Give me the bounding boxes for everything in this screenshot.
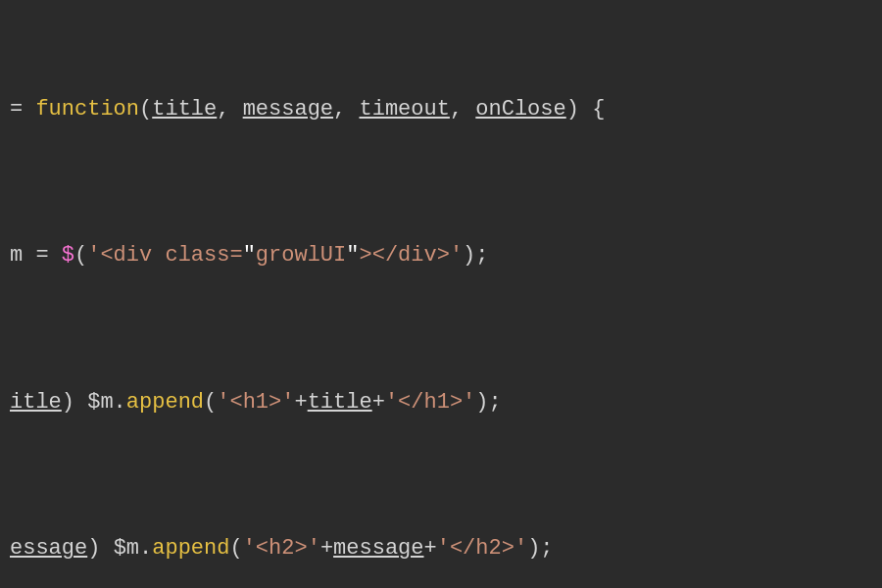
code-line-1: = function(title, message, timeout, onCl… — [10, 91, 882, 127]
code-line-2: m = $('<div class="growlUI"></div>'); — [10, 237, 882, 273]
code-editor: = function(title, message, timeout, onCl… — [10, 18, 882, 588]
code-line-3: itle) $m.append('<h1>'+title+'</h1>'); — [10, 384, 882, 420]
code-line-4: essage) $m.append('<h2>'+message+'</h2>'… — [10, 530, 882, 566]
